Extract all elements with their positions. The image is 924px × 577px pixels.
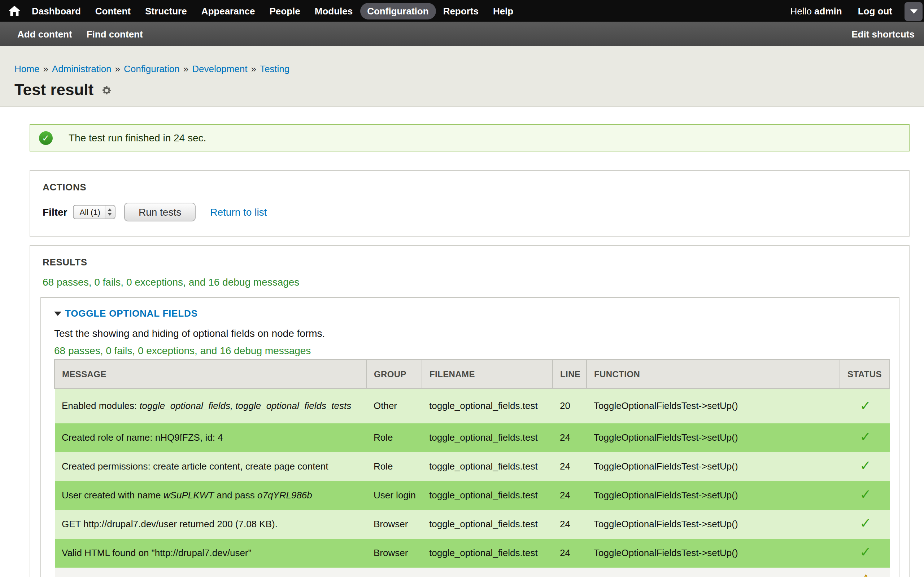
message-cell: GET http://drupal7.dev/user returned 200… [55, 509, 366, 538]
message-cell: Created permissions: create article cont… [55, 452, 366, 481]
chevron-down-icon [910, 10, 917, 14]
greeting-text: Hello [790, 5, 812, 16]
group-cell: User login [366, 481, 422, 509]
test-group-description: Test the showing and hiding of optional … [54, 327, 886, 339]
function-cell: ToggleOptionalFieldsTest->setUp() [586, 481, 840, 509]
message-italic-text: toggle_optional_fields, toggle_optional_… [139, 400, 351, 411]
column-header-function: FUNCTION [586, 359, 840, 388]
pass-check-icon: ✓ [860, 545, 871, 560]
status-cell [840, 567, 890, 577]
message-text: Enabled modules: [62, 400, 139, 411]
main-content: ✓ The test run finished in 24 sec. ACTIO… [0, 124, 924, 577]
warning-icon [859, 574, 872, 577]
pass-check-icon: ✓ [860, 458, 871, 474]
status-cell: ✓ [840, 388, 890, 423]
user-greeting-link[interactable]: Hello admin [790, 5, 842, 16]
line-cell: 24 [552, 481, 586, 509]
test-group-title-link[interactable]: TOGGLE OPTIONAL FIELDS [65, 308, 198, 319]
shortcut-links: Add contentFind content [17, 29, 143, 39]
run-tests-button[interactable]: Run tests [124, 203, 195, 221]
shortcut-add-content[interactable]: Add content [17, 29, 72, 39]
shortcut-find-content[interactable]: Find content [87, 29, 143, 39]
column-header-message: MESSAGE [55, 359, 366, 388]
filter-label: Filter [43, 206, 67, 218]
message-italic-text: wSuPLKWT [163, 490, 214, 501]
filename-cell: toggle_optional_fields.test [422, 481, 552, 509]
toolbar-item-dashboard[interactable]: Dashboard [24, 3, 88, 19]
edit-shortcuts-link[interactable]: Edit shortcuts [851, 29, 914, 39]
filename-cell: toggle_optional_fields.test [422, 452, 552, 481]
toolbar-item-reports[interactable]: Reports [436, 3, 486, 19]
message-cell: Verbose message [55, 567, 366, 577]
table-header-row: MESSAGEGROUPFILENAMELINEFUNCTIONSTATUS [55, 359, 890, 388]
toolbar-item-help[interactable]: Help [486, 3, 520, 19]
collapse-caret-icon [54, 311, 61, 316]
message-text: Created permissions: create article cont… [62, 461, 328, 472]
breadcrumb-link-home[interactable]: Home [15, 63, 39, 74]
pass-check-icon: ✓ [860, 429, 871, 445]
status-cell: ✓ [840, 509, 890, 538]
toolbar-item-appearance[interactable]: Appearance [194, 3, 262, 19]
message-text: Valid HTML found on "http://drupal7.dev/… [62, 548, 252, 558]
logout-link[interactable]: Log out [858, 5, 892, 16]
message-italic-text: o7qYRL986b [257, 490, 312, 501]
return-to-list-link[interactable]: Return to list [210, 206, 267, 218]
results-title: RESULTS [30, 246, 909, 268]
column-header-status: STATUS [840, 359, 890, 388]
breadcrumb-link-configuration[interactable]: Configuration [124, 63, 180, 74]
group-cell: Other [366, 388, 422, 423]
toolbar-item-people[interactable]: People [262, 3, 307, 19]
breadcrumb-link-testing[interactable]: Testing [260, 63, 289, 74]
function-cell: ToggleOptionalFieldsTest->setUp() [586, 423, 840, 452]
line-cell: 24 [552, 509, 586, 538]
function-cell: ToggleOptionalFieldsTest->setUp() [586, 388, 840, 423]
status-cell: ✓ [840, 423, 890, 452]
filter-row: Filter All (1) Run tests Return to list [43, 203, 909, 236]
toolbar-item-modules[interactable]: Modules [307, 3, 360, 19]
breadcrumb-link-development[interactable]: Development [192, 63, 247, 74]
gear-icon[interactable] [101, 85, 111, 95]
toolbar-user-area: Hello admin Log out [790, 5, 892, 16]
actions-title: ACTIONS [30, 171, 909, 193]
filename-cell: toggle_optional_fields.test [422, 567, 552, 577]
pass-check-icon: ✓ [860, 487, 871, 502]
toolbar-item-structure[interactable]: Structure [138, 3, 194, 19]
breadcrumb-link-administration[interactable]: Administration [52, 63, 111, 74]
group-cell: Role [366, 423, 422, 452]
filename-cell: toggle_optional_fields.test [422, 509, 552, 538]
line-cell: 20 [552, 388, 586, 423]
function-cell: ToggleOptionalFieldsTest->setUp() [586, 567, 840, 577]
group-cell: Role [366, 452, 422, 481]
filename-cell: toggle_optional_fields.test [422, 388, 552, 423]
toolbar-menu: DashboardContentStructureAppearancePeopl… [24, 3, 520, 19]
table-row: GET http://drupal7.dev/user returned 200… [55, 509, 890, 538]
message-cell: Valid HTML found on "http://drupal7.dev/… [55, 538, 366, 567]
table-row: Created permissions: create article cont… [55, 452, 890, 481]
toolbar-toggle-button[interactable] [905, 2, 922, 21]
gear-icon-glyph [101, 85, 111, 95]
column-header-group: GROUP [366, 359, 422, 388]
home-icon[interactable] [9, 6, 20, 16]
table-row: Verbose messageDebugtoggle_optional_fiel… [55, 567, 890, 577]
results-panel: RESULTS 68 passes, 0 fails, 0 exceptions… [30, 245, 909, 577]
status-cell: ✓ [840, 538, 890, 567]
pass-check-icon: ✓ [860, 398, 871, 413]
line-cell: 24 [552, 567, 586, 577]
test-group-fieldset: TOGGLE OPTIONAL FIELDS Test the showing … [40, 297, 900, 577]
toolbar-item-content[interactable]: Content [88, 3, 138, 19]
filename-cell: toggle_optional_fields.test [422, 423, 552, 452]
message-text: Created role of name: nHQ9fFZS, id: 4 [62, 432, 223, 443]
status-message-text: The test run finished in 24 sec. [69, 132, 206, 143]
page-title-row: Test result [15, 81, 924, 100]
admin-toolbar: DashboardContentStructureAppearancePeopl… [0, 0, 924, 22]
table-row: User created with name wSuPLKWT and pass… [55, 481, 890, 509]
toolbar-item-configuration[interactable]: Configuration [360, 3, 436, 19]
function-cell: ToggleOptionalFieldsTest->setUp() [586, 509, 840, 538]
results-summary: 68 passes, 0 fails, 0 exceptions, and 16… [43, 276, 897, 288]
breadcrumb-separator: » [43, 63, 48, 74]
function-cell: ToggleOptionalFieldsTest->setUp() [586, 538, 840, 567]
breadcrumb-separator: » [183, 63, 188, 74]
group-cell: Browser [366, 509, 422, 538]
filter-select[interactable]: All (1) [73, 205, 115, 219]
success-check-icon: ✓ [39, 131, 53, 145]
